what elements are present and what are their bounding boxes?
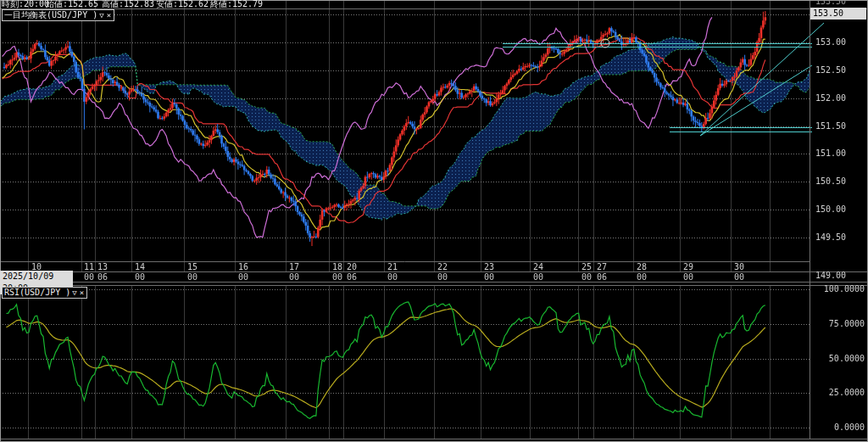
price-chart-canvas[interactable] (0, 0, 868, 442)
price-axis-label: 151.00 (815, 148, 846, 158)
rsi-axis-label: 25.0000 (829, 388, 865, 397)
close-icon[interactable]: × (106, 11, 112, 20)
rsi-titlebox[interactable]: RSI(USD/JPY ) ▽ × (2, 287, 87, 299)
date-label: 18 (332, 262, 342, 271)
time-label: 06 (97, 272, 108, 282)
time-label: 00 (387, 272, 398, 282)
price-axis-label-bottom: 149.00 (815, 271, 846, 280)
time-label: 00 (135, 272, 145, 282)
chart-window: 時刻:20:00 始値:152.65 高値:152.83 安値:152.62 終… (0, 0, 868, 442)
date-label: 22 (437, 262, 448, 271)
rsi-axis-label: 0.0000 (834, 422, 865, 432)
time-label: 00 (533, 272, 543, 282)
rsi-close-icon[interactable]: × (79, 288, 85, 297)
date-label: 14 (135, 262, 145, 271)
price-axis-label: 150.00 (815, 204, 846, 214)
date-label: 13 (97, 262, 108, 271)
date-label: 21 (387, 262, 398, 271)
price-axis-label: 149.50 (815, 232, 846, 242)
time-label: 00 (484, 272, 494, 282)
time-label: 00 (332, 272, 342, 282)
price-axis-label: 153.00 (815, 37, 846, 47)
time-label: 00 (734, 272, 744, 282)
date-label: 27 (597, 262, 607, 271)
date-label: 15 (187, 262, 198, 271)
rsi-collapse-icon[interactable]: ▽ (71, 288, 77, 297)
collapse-icon[interactable]: ▽ (98, 11, 104, 20)
date-label: 30 (734, 262, 744, 271)
price-axis-label: 152.50 (815, 65, 846, 75)
rsi-axis-label: 75.0000 (829, 319, 865, 328)
date-label: 23 (484, 262, 494, 271)
date-label: 20 (347, 262, 357, 271)
cursor-time: 時刻:20:00 (2, 0, 49, 8)
time-label: 06 (347, 272, 357, 282)
date-label: 17 (289, 262, 299, 271)
date-label: 16 (238, 262, 248, 271)
main-indicator-title: 一目均衡表(USD/JPY ) (4, 10, 97, 20)
date-label: 24 (533, 262, 543, 271)
rsi-axis-label: 100.0000 (824, 284, 865, 294)
time-label: 00 (437, 272, 448, 282)
cursor-close: 終値:152.79 (210, 0, 263, 8)
date-label: 25 (581, 262, 592, 271)
time-label: 00 (637, 272, 647, 282)
time-label: 00 (289, 272, 299, 282)
time-label: 00 (581, 272, 592, 282)
rsi-title: RSI(USD/JPY ) (4, 288, 70, 298)
date-label: 28 (637, 262, 647, 271)
price-axis-label: 150.50 (815, 176, 846, 186)
date-label: 29 (683, 262, 693, 271)
price-axis-label: 151.50 (815, 121, 846, 131)
time-label: 00 (238, 272, 248, 282)
time-label: 00 (84, 272, 94, 282)
price-axis-label: 152.00 (815, 93, 846, 103)
cursor-open: 始値:152.65 (46, 0, 98, 8)
date-label: 11 (84, 262, 94, 271)
cursor-high: 高値:152.83 (102, 0, 154, 8)
time-label: 00 (683, 272, 693, 282)
time-label: 06 (597, 272, 607, 282)
main-indicator-titlebox[interactable]: 一目均衡表(USD/JPY ) ▽ × (2, 9, 114, 21)
current-price-box: 153.50 (810, 8, 866, 20)
cursor-low: 安値:152.62 (156, 0, 209, 8)
price-axis-label-clipped: 153.50 (815, 0, 846, 6)
time-label: 00 (187, 272, 198, 282)
rsi-axis-label: 50.0000 (829, 354, 865, 363)
